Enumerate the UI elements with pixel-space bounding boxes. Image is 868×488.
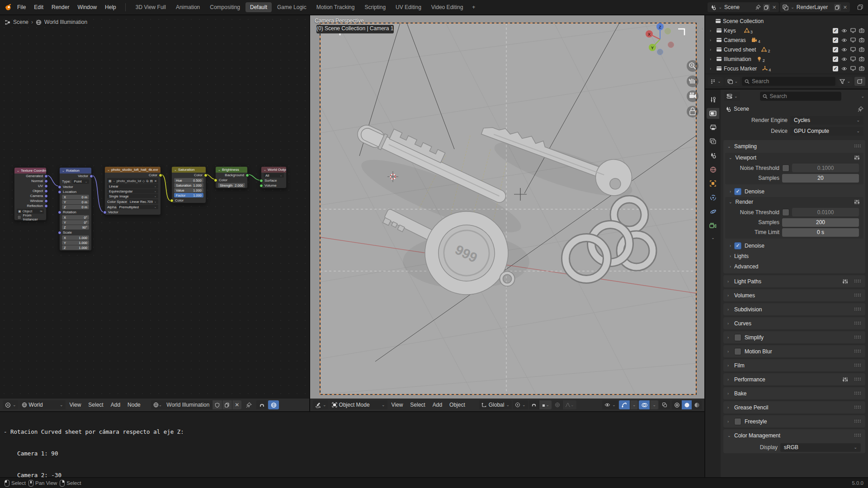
collapse-icon[interactable]: ⌄ (17, 169, 19, 173)
mapping-type-dropdown[interactable]: Type:Point⌄ (60, 178, 91, 184)
render-disable-icon[interactable] (859, 56, 864, 61)
new-collection-button[interactable] (854, 77, 865, 86)
sidebar-toggle-icon[interactable]: ‹ (702, 25, 703, 32)
freestyle-checkbox[interactable] (734, 418, 741, 425)
properties-search-input[interactable]: Search (760, 92, 841, 101)
filter-dropdown[interactable]: ⌄ (837, 77, 853, 86)
source-dropdown[interactable]: Single Image⌄ (107, 194, 158, 198)
hue-field[interactable]: Hue0.500 (174, 178, 203, 183)
scale-y-field[interactable]: Y1.000 (62, 240, 89, 245)
scale-x-field[interactable]: X1.000 (62, 235, 89, 240)
color-socket[interactable] (204, 174, 208, 177)
node-saturation[interactable]: ⌄Saturation Color Hue0.500 Saturation1.0… (171, 166, 206, 203)
close-icon[interactable]: ✕ (232, 400, 241, 409)
color-socket[interactable] (159, 174, 162, 177)
viewport-disable-icon[interactable] (850, 28, 856, 33)
vector-socket[interactable] (58, 231, 61, 235)
more-tabs-icon[interactable]: ⌄ (711, 236, 715, 240)
context-label[interactable]: Scene (734, 106, 749, 112)
image-datablock-field[interactable]: ▦⌄ photo_studio_lof... ◇ ⧉ ▤ ✕ (107, 178, 158, 183)
time-limit-field[interactable]: 0 s (782, 228, 859, 237)
interpolation-dropdown[interactable]: Linear⌄ (107, 184, 158, 188)
shader-socket[interactable] (245, 174, 249, 177)
vector-socket[interactable] (44, 174, 48, 178)
workspace-tab-scripting[interactable]: Scripting (360, 2, 390, 12)
viewport-disable-icon[interactable] (850, 47, 856, 52)
expand-icon[interactable]: › (710, 38, 714, 42)
workspace-tab-motion-tracking[interactable]: Motion Tracking (312, 2, 359, 12)
shield-icon[interactable]: ◇ (142, 179, 145, 183)
world-name-field[interactable]: World Illumination (164, 400, 212, 409)
node-brightness[interactable]: ⌄Brightness Background Color Strength2.0… (215, 166, 248, 188)
tab-world[interactable] (707, 164, 719, 175)
render-disable-icon[interactable] (859, 28, 864, 33)
workspace-tab-default[interactable]: Default (245, 2, 272, 12)
tab-output[interactable] (707, 122, 719, 133)
copy-icon[interactable]: ⧉ (146, 179, 149, 183)
add-workspace-button[interactable]: + (468, 2, 479, 12)
scene-selector[interactable]: ⌄ Scene ✕ (708, 2, 779, 12)
noise-threshold-checkbox[interactable] (782, 209, 789, 216)
checkbox-icon[interactable] (17, 215, 21, 220)
workspace-tab-game-logic[interactable]: Game Logic (273, 2, 311, 12)
panel-bake[interactable]: ›Bake (723, 387, 865, 399)
snapping-icon[interactable] (256, 400, 267, 409)
workspace-tab-compositing[interactable]: Compositing (205, 2, 245, 12)
render-disable-icon[interactable] (859, 38, 864, 42)
collection-checkbox[interactable]: ✓ (833, 47, 838, 52)
editor-type-button[interactable]: ⌄ (724, 92, 740, 101)
text-editor-content[interactable]: - Rotacion Curved sheet por cámara respe… (0, 412, 704, 488)
editor-type-button[interactable]: ⌄ (313, 400, 329, 409)
shader-type-dropdown[interactable]: World⌄ (19, 400, 66, 409)
panel-volumes[interactable]: ›Volumes (723, 289, 865, 301)
location-x-field[interactable]: X0 m (62, 195, 89, 199)
copy-icon[interactable] (222, 400, 232, 409)
proportional-editing-controls[interactable]: ⌄ (552, 400, 576, 409)
pin-icon[interactable] (246, 402, 252, 408)
render-denoise-toggle[interactable]: › ✓ Denoise (723, 240, 865, 251)
rotation-y-field[interactable]: Y0° (62, 220, 89, 225)
world-datablock-selector[interactable]: ⌄ World Illumination ✕ (151, 400, 242, 409)
outliner-row-cameras[interactable]: › Cameras 4 ✓ (705, 35, 868, 45)
vector-socket[interactable] (44, 189, 48, 193)
display-mode-dropdown[interactable]: ⌄ (708, 77, 723, 86)
vector-socket[interactable] (44, 179, 48, 183)
subpanel-header-render[interactable]: ⌄Render (725, 197, 863, 207)
tab-scene[interactable] (707, 150, 719, 161)
expand-icon[interactable]: › (710, 66, 714, 71)
panel-header-color-management[interactable]: ⌄Color Management (723, 429, 865, 441)
tab-object[interactable] (707, 178, 719, 189)
alpha-dropdown[interactable]: Premultiplied⌄ (117, 205, 158, 209)
collection-checkbox[interactable]: ✓ (833, 66, 838, 71)
panel-performance[interactable]: ›Performance (723, 373, 865, 385)
denoise-checkbox[interactable]: ✓ (734, 188, 741, 195)
node-environment-texture[interactable]: ⌄photo_studio_loft_hall_4k.exr Color ▦⌄ … (104, 166, 161, 215)
viewport-denoise-toggle[interactable]: › ✓ Denoise (723, 186, 865, 197)
menu-file[interactable]: File (14, 3, 29, 11)
renderlayer-name[interactable]: RenderLayer (797, 4, 832, 10)
collection-checkbox[interactable]: ✓ (833, 28, 838, 33)
device-dropdown[interactable]: GPU Compute⌄ (790, 127, 863, 136)
scene-name[interactable]: Scene (724, 4, 753, 10)
hide-eye-icon[interactable] (841, 47, 847, 52)
menu-add[interactable]: Add (429, 401, 445, 409)
vector-socket[interactable] (44, 184, 48, 188)
scale-z-field[interactable]: Z1.000 (62, 245, 89, 250)
vector-socket[interactable] (58, 190, 61, 194)
mode-dropdown[interactable]: Object Mode⌄ (330, 400, 387, 409)
shading-material-icon[interactable] (692, 400, 702, 409)
transform-orientation-dropdown[interactable]: Global⌄ (479, 400, 512, 409)
menu-select[interactable]: Select (407, 401, 428, 409)
factor-field[interactable]: Factor1.000 (174, 193, 203, 197)
vector-socket[interactable] (44, 204, 48, 208)
workspace-tab-animation[interactable]: Animation (171, 2, 204, 12)
denoise-checkbox[interactable]: ✓ (734, 242, 741, 249)
node-texture-coordinate[interactable]: ⌄Texture Coordinate Generated Normal UV … (14, 167, 47, 221)
noise-threshold-checkbox[interactable] (782, 164, 789, 172)
render-disable-icon[interactable] (859, 47, 864, 52)
viewport-samples-field[interactable]: 20 (782, 174, 859, 183)
rotation-x-field[interactable]: X0° (62, 215, 89, 220)
collapse-icon[interactable]: ⌄ (174, 168, 177, 172)
copy-icon[interactable] (763, 4, 770, 11)
panel-header-sampling[interactable]: ⌄Sampling (723, 140, 865, 152)
